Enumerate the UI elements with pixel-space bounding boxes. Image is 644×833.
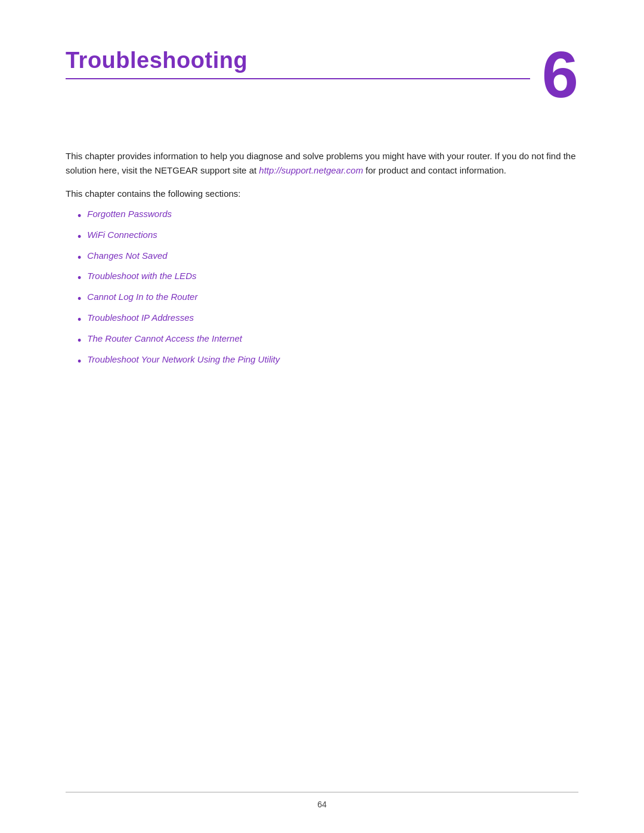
bullet-icon: • bbox=[78, 290, 81, 308]
list-item: •Troubleshoot IP Addresses bbox=[78, 311, 578, 329]
section-link-5[interactable]: Troubleshoot IP Addresses bbox=[87, 311, 194, 325]
chapter-title-block: Troubleshooting bbox=[66, 48, 530, 79]
bullet-icon: • bbox=[78, 208, 81, 225]
support-link[interactable]: http://support.netgear.com bbox=[259, 165, 363, 175]
page-container: Troubleshooting 6 This chapter provides … bbox=[0, 0, 644, 833]
section-link-2[interactable]: Changes Not Saved bbox=[87, 249, 167, 263]
section-link-7[interactable]: Troubleshoot Your Network Using the Ping… bbox=[87, 352, 280, 367]
section-link-0[interactable]: Forgotten Passwords bbox=[87, 207, 172, 221]
bullet-icon: • bbox=[78, 311, 81, 329]
intro-paragraph: This chapter provides information to hel… bbox=[66, 149, 578, 178]
section-link-6[interactable]: The Router Cannot Access the Internet bbox=[87, 332, 242, 346]
chapter-title: Troubleshooting bbox=[66, 48, 530, 73]
list-item: •Forgotten Passwords bbox=[78, 207, 578, 225]
intro-text-after-link: for product and contact information. bbox=[363, 165, 506, 175]
sections-intro-text: This chapter contains the following sect… bbox=[66, 188, 578, 199]
chapter-divider bbox=[66, 78, 530, 79]
section-link-4[interactable]: Cannot Log In to the Router bbox=[87, 290, 197, 304]
sections-list: •Forgotten Passwords•WiFi Connections•Ch… bbox=[66, 207, 578, 373]
bullet-icon: • bbox=[78, 270, 81, 287]
bullet-icon: • bbox=[78, 353, 81, 370]
chapter-header: Troubleshooting 6 bbox=[66, 48, 578, 107]
list-item: •Troubleshoot Your Network Using the Pin… bbox=[78, 352, 578, 370]
bullet-icon: • bbox=[78, 332, 81, 349]
list-item: •Changes Not Saved bbox=[78, 249, 578, 267]
list-item: •Cannot Log In to the Router bbox=[78, 290, 578, 308]
chapter-number: 6 bbox=[542, 42, 578, 107]
footer-divider bbox=[66, 792, 578, 792]
list-item: •WiFi Connections bbox=[78, 228, 578, 246]
page-number: 64 bbox=[317, 800, 327, 809]
bullet-icon: • bbox=[78, 249, 81, 267]
section-link-3[interactable]: Troubleshoot with the LEDs bbox=[87, 269, 196, 283]
list-item: •The Router Cannot Access the Internet bbox=[78, 332, 578, 349]
section-link-1[interactable]: WiFi Connections bbox=[87, 228, 157, 242]
bullet-icon: • bbox=[78, 228, 81, 246]
list-item: •Troubleshoot with the LEDs bbox=[78, 269, 578, 287]
page-footer: 64 bbox=[0, 792, 644, 809]
